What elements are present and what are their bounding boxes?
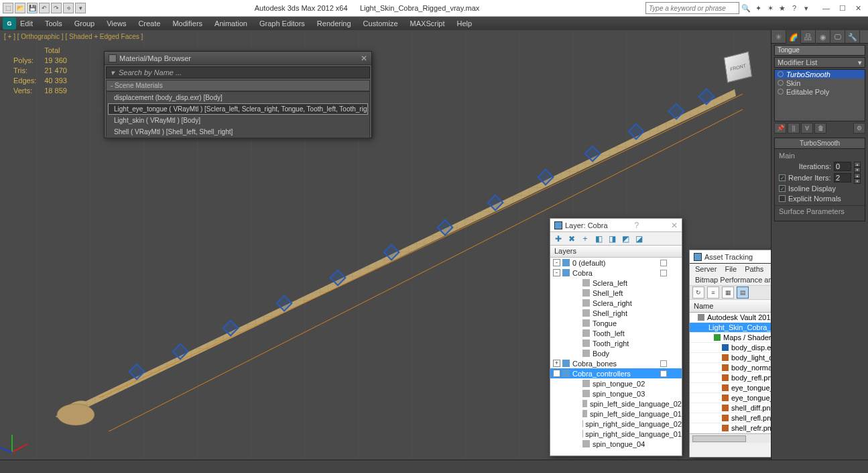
viewcube[interactable]: FRONT [720,49,756,85]
render-iters-spinner[interactable]: 2 [834,173,851,182]
menu-animation[interactable]: Animation [214,19,247,28]
qat-redo-icon[interactable]: ↷ [51,3,62,13]
menu-maxscript[interactable]: MAXScript [410,19,445,28]
modifier-toggle-icon[interactable] [778,89,784,95]
modifier-stack-item[interactable]: Skin [775,78,865,87]
isoline-checkbox[interactable]: ✓ [779,185,786,192]
matbrowser-search-input[interactable]: ▾ Search by Name ... [106,66,370,78]
viewcube-face[interactable]: FRONT [724,52,752,83]
remove-modifier-icon[interactable]: 🗑 [814,123,826,134]
layer-hide-button[interactable]: ◩ [620,233,631,244]
exchange-icon[interactable]: ✶ [765,3,776,13]
object-row[interactable]: spin_tongue_02 [550,378,682,388]
qat-link-icon[interactable]: ⎆ [63,3,74,13]
qat-app-icon[interactable]: ⬚ [3,3,13,13]
object-row[interactable]: Body [550,348,682,358]
object-row[interactable]: spin_tongue_04 [550,439,682,449]
layer-delete-button[interactable]: ✖ [566,233,577,244]
object-row[interactable]: Sclera_right [550,298,682,308]
matbrowser-close-button[interactable]: ✕ [361,54,367,63]
modifier-stack-item[interactable]: Editable Poly [775,87,865,96]
help-dropdown-icon[interactable]: ▾ [801,3,812,13]
modifier-list-dropdown[interactable]: Modifier List ▾ [774,57,865,68]
spinner-buttons[interactable]: ▲▼ [854,162,861,171]
modifier-toggle-icon[interactable] [778,80,784,86]
render-iters-checkbox[interactable]: ✓ [779,174,786,181]
object-row[interactable]: spin_left_side_language_01 [550,409,682,419]
app-logo-icon[interactable]: G [3,17,16,30]
layer-row[interactable]: -Cobra_controllers [550,368,682,378]
make-unique-icon[interactable]: ∀ [801,123,813,134]
layer-visible-checkbox[interactable] [660,260,667,266]
modifier-stack-item[interactable]: TurboSmooth [775,70,865,78]
modifier-toggle-icon[interactable] [778,71,784,77]
material-row[interactable]: Light_eye_tongue ( VRayMtl ) [Sclera_lef… [108,103,368,115]
object-name-field[interactable]: Tongue [774,45,865,56]
tab-display-icon[interactable]: 🖵 [830,30,845,44]
menu-modifiers[interactable]: Modifiers [172,19,202,28]
layer-tree[interactable]: -0 (default)-CobraSclera_leftShell_leftS… [550,258,682,455]
qat-more-icon[interactable]: ▾ [75,3,86,13]
layer-row[interactable]: -0 (default) [550,258,682,268]
layer-visible-checkbox[interactable] [660,360,667,367]
at-tree-icon[interactable]: ≡ [707,286,719,299]
scrollbar-thumb[interactable] [692,435,746,442]
matbrowser-group-header[interactable]: - Scene Materials [106,80,370,91]
layer-row[interactable]: -Cobra [550,268,682,278]
menu-customize[interactable]: Customize [363,19,398,28]
object-row[interactable]: Tongue [550,318,682,328]
modifier-stack[interactable]: TurboSmoothSkinEditable Poly [774,69,865,121]
maximize-button[interactable]: ☐ [839,4,846,13]
close-button[interactable]: ✕ [855,4,861,13]
layer-new-button[interactable]: ✚ [553,233,564,244]
qat-save-icon[interactable]: 💾 [27,3,38,13]
search-icon[interactable]: 🔍 [741,3,751,13]
object-row[interactable]: spin_left_side_language_02 [550,399,682,409]
menu-views[interactable]: Views [107,19,126,28]
material-row[interactable]: displacement (body_disp.exr) [Body] [108,92,368,103]
rollout-title[interactable]: TurboSmooth [775,138,865,149]
at-table-icon[interactable]: ▦ [722,286,734,299]
minimize-button[interactable]: — [822,4,830,13]
tab-hierarchy-icon[interactable]: 品 [801,30,816,44]
qat-open-icon[interactable]: 📂 [15,3,25,13]
tab-modify-icon[interactable]: 🌈 [786,30,801,44]
expand-icon[interactable]: + [553,360,560,367]
qat-undo-icon[interactable]: ↶ [39,3,50,13]
iterations-spinner[interactable]: 0 [834,162,851,171]
tab-create-icon[interactable]: ✳ [771,30,786,44]
favorites-icon[interactable]: ★ [777,3,788,13]
layerdlg-help-button[interactable]: ? [634,221,639,230]
object-row[interactable]: Shell_left [550,288,682,298]
layer-highlight-button[interactable]: ◨ [607,233,617,244]
menu-group[interactable]: Group [74,19,95,28]
at-menu-server[interactable]: Server [695,265,717,273]
pin-stack-icon[interactable]: 📌 [774,123,786,134]
menu-help[interactable]: Help [457,19,473,28]
menu-tools[interactable]: Tools [45,19,62,28]
viewport-label[interactable]: [ + ] [ Orthographic ] [ Shaded + Edged … [4,33,143,40]
matbrowser-titlebar[interactable]: Material/Map Browser ✕ [105,52,371,65]
menu-edit[interactable]: Edit [20,19,33,28]
at-menu-file[interactable]: File [725,265,737,273]
object-row[interactable]: Shell_right [550,308,682,318]
object-row[interactable]: spin_right_side_language_02 [550,419,682,429]
tab-motion-icon[interactable]: ◉ [816,30,830,44]
tab-utilities-icon[interactable]: 🔧 [845,30,860,44]
layer-row[interactable]: +Cobra_bones [550,358,682,368]
layer-select-button[interactable]: ◧ [593,233,604,244]
object-row[interactable]: Tooth_left [550,328,682,338]
material-row[interactable]: Light_skin ( VRayMtl ) [Body] [108,115,368,126]
layer-freeze-button[interactable]: ◪ [633,233,644,244]
layer-add-button[interactable]: + [580,233,591,244]
subscription-icon[interactable]: ✦ [753,3,763,13]
spinner-buttons[interactable]: ▲▼ [854,173,861,182]
layer-visible-checkbox[interactable] [660,370,667,377]
menu-rendering[interactable]: Rendering [317,19,351,28]
layer-header-layers[interactable]: Layers [550,246,682,258]
configure-sets-icon[interactable]: ⚙ [853,123,865,134]
layerdlg-titlebar[interactable]: Layer: Cobra ? ✕ [550,219,682,232]
expand-icon[interactable]: - [553,269,560,276]
search-input[interactable] [645,2,739,14]
help-icon[interactable]: ? [789,3,800,13]
